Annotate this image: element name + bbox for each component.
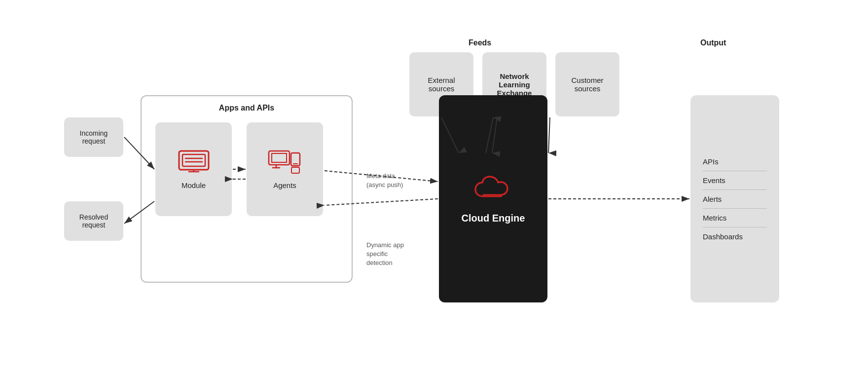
agents-box: Agents xyxy=(247,122,323,216)
agents-label: Agents xyxy=(273,181,296,189)
feeds-label: Feeds xyxy=(469,38,491,47)
svg-rect-12 xyxy=(291,167,299,173)
diagram-container: Feeds Output Incomingrequest Resolvedreq… xyxy=(0,0,868,373)
svg-rect-1 xyxy=(182,154,205,166)
cloud-icon xyxy=(473,174,513,204)
external-sources-label: Externalsources xyxy=(428,76,455,93)
resolved-request-label: Resolvedrequest xyxy=(79,213,108,229)
agents-icon xyxy=(268,149,302,176)
svg-line-26 xyxy=(548,117,550,153)
apps-apis-title: Apps and APIs xyxy=(219,104,274,112)
output-item-apis: APIs xyxy=(703,152,767,171)
output-item-events: Events xyxy=(703,171,767,189)
output-container: APIs Events Alerts Metrics Dashboards xyxy=(690,95,779,302)
module-label: Module xyxy=(181,181,206,189)
resolved-request-box: Resolvedrequest xyxy=(64,201,123,241)
dynamic-label: Dynamic appspecificdetection xyxy=(366,241,404,268)
cloud-engine-box: Cloud Engine xyxy=(439,95,547,302)
diagram-inner: Feeds Output Incomingrequest Resolvedreq… xyxy=(64,19,804,354)
customer-sources-label: Customersources xyxy=(571,76,603,93)
module-icon xyxy=(177,149,211,176)
network-learning-label: NetworkLearningExchange xyxy=(497,72,532,97)
output-item-metrics: Metrics xyxy=(703,209,767,227)
customer-sources-box: Customersources xyxy=(555,52,619,116)
output-item-dashboards: Dashboards xyxy=(703,227,767,246)
module-box: Module xyxy=(155,122,232,216)
svg-rect-7 xyxy=(272,153,287,162)
meta-data-label: Meta data(async push) xyxy=(366,172,403,189)
cloud-engine-label: Cloud Engine xyxy=(462,213,525,224)
svg-rect-0 xyxy=(179,151,209,170)
output-item-alerts: Alerts xyxy=(703,190,767,208)
output-label: Output xyxy=(700,38,726,47)
incoming-request-box: Incomingrequest xyxy=(64,117,123,157)
incoming-request-label: Incomingrequest xyxy=(80,129,108,145)
